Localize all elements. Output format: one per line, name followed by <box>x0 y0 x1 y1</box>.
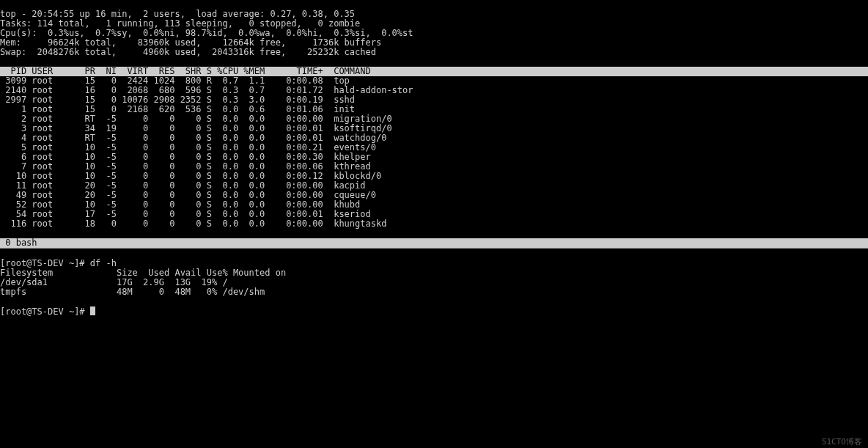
process-row: 1 root 15 0 2168 620 536 S 0.0 0.6 0:01.… <box>0 104 355 114</box>
df-row: tmpfs 48M 0 48M 0% /dev/shm <box>0 287 265 297</box>
process-row: 2997 root 15 0 10076 2908 2352 S 0.3 3.0… <box>0 95 355 105</box>
top-summary-line2: Tasks: 114 total, 1 running, 113 sleepin… <box>0 18 360 29</box>
process-row: 3 root 34 19 0 0 0 S 0.0 0.0 0:00.01 kso… <box>0 123 392 133</box>
cursor-block <box>90 306 95 315</box>
process-row: 3099 root 15 0 2424 1024 800 R 0.7 1.1 0… <box>0 76 350 86</box>
process-row: 49 root 20 -5 0 0 0 S 0.0 0.0 0:00.00 cq… <box>0 190 376 200</box>
process-row: 7 root 10 -5 0 0 0 S 0.0 0.0 0:00.06 kth… <box>0 161 371 172</box>
process-row: 11 root 20 -5 0 0 0 S 0.0 0.0 0:00.00 ka… <box>0 180 366 191</box>
df-rows: /dev/sda1 17G 2.9G 13G 19% / tmpfs 48M 0… <box>0 278 868 297</box>
top-summary-line4: Mem: 96624k total, 83960k used, 12664k f… <box>0 37 381 48</box>
process-row: 10 root 10 -5 0 0 0 S 0.0 0.0 0:00.12 kb… <box>0 171 381 181</box>
top-summary-line3: Cpu(s): 0.3%us, 0.7%sy, 0.0%ni, 98.7%id,… <box>0 28 413 38</box>
df-header: Filesystem Size Used Avail Use% Mounted … <box>0 268 286 278</box>
process-row: 2 root RT -5 0 0 0 S 0.0 0.0 0:00.00 mig… <box>0 114 392 124</box>
df-row: /dev/sda1 17G 2.9G 13G 19% / <box>0 277 228 287</box>
process-row: 4 root RT -5 0 0 0 S 0.0 0.0 0:00.01 wat… <box>0 133 386 143</box>
top-pane[interactable]: top - 20:54:55 up 16 min, 2 users, load … <box>0 0 868 248</box>
top-summary-line5: Swap: 2048276k total, 4960k used, 204331… <box>0 47 376 57</box>
shell-prompt-cursor[interactable]: [root@TS-DEV ~]# <box>0 306 95 317</box>
process-row: 2140 root 16 0 2068 680 596 S 0.3 0.7 0:… <box>0 85 413 95</box>
process-row: 52 root 10 -5 0 0 0 S 0.0 0.0 0:00.00 kh… <box>0 199 360 210</box>
top-summary-line1: top - 20:54:55 up 16 min, 2 users, load … <box>0 9 355 19</box>
process-row: 54 root 17 -5 0 0 0 S 0.0 0.0 0:00.01 ks… <box>0 209 371 219</box>
process-list: 3099 root 15 0 2424 1024 800 R 0.7 1.1 0… <box>0 76 868 229</box>
process-row: 116 root 18 0 0 0 0 S 0.0 0.0 0:00.00 kh… <box>0 219 386 229</box>
bottom-pane[interactable]: [root@TS-DEV ~]# df -h Filesystem Size U… <box>0 249 868 448</box>
shell-prompt-line: [root@TS-DEV ~]# df -h <box>0 258 117 268</box>
process-row: 6 root 10 -5 0 0 0 S 0.0 0.0 0:00.30 khe… <box>0 152 371 162</box>
tmux-status-bar-top: 0 bash <box>0 238 868 248</box>
process-row: 5 root 10 -5 0 0 0 S 0.0 0.0 0:00.21 eve… <box>0 142 376 153</box>
